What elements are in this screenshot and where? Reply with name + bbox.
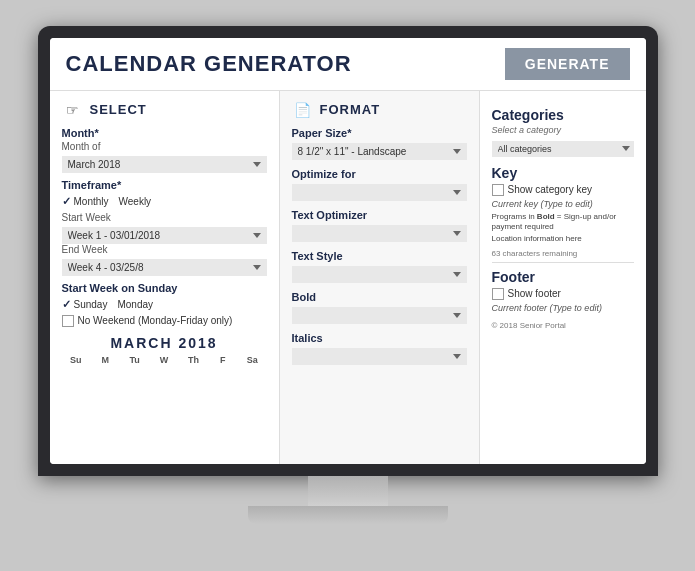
format-header: 📄 FORMAT: [292, 99, 467, 121]
weekly-radio[interactable]: Weekly: [119, 196, 152, 207]
monthly-radio[interactable]: ✓ Monthly: [62, 195, 109, 208]
categories-select[interactable]: All categories: [492, 141, 634, 157]
text-style-select[interactable]: [292, 266, 467, 283]
key-footer-divider: [492, 262, 634, 263]
day-m: M: [91, 355, 119, 365]
select-icon: ☞: [62, 99, 84, 121]
bold-item: Bold: [292, 291, 467, 324]
show-key-label: Show category key: [508, 184, 593, 195]
key-title: Key: [492, 165, 634, 181]
select-title: SELECT: [90, 102, 147, 117]
no-weekend-checkbox[interactable]: [62, 315, 74, 327]
timeframe-label: Timeframe*: [62, 179, 267, 191]
month-select[interactable]: March 2018: [62, 156, 267, 173]
current-footer-label: Current footer (Type to edit): [492, 303, 634, 313]
no-weekend-label: No Weekend (Monday-Friday only): [78, 315, 233, 326]
bold-label: Bold: [292, 291, 467, 303]
chars-remaining: 63 characters remaining: [492, 249, 634, 258]
no-weekend-checkbox-item[interactable]: No Weekend (Monday-Friday only): [62, 315, 267, 327]
bold-text: Bold: [537, 212, 555, 221]
format-title: FORMAT: [320, 102, 381, 117]
monday-radio[interactable]: Monday: [117, 299, 153, 310]
month-label: Month*: [62, 127, 267, 139]
start-sunday-label: Start Week on Sunday: [62, 282, 267, 294]
format-icon: 📄: [292, 99, 314, 121]
mini-cal-days: Su M Tu W Th F Sa: [62, 355, 267, 365]
app-title: CALENDAR GENERATOR: [66, 51, 352, 77]
optimize-item: Optimize for: [292, 168, 467, 201]
show-footer-label: Show footer: [508, 288, 561, 299]
paper-size-select[interactable]: 8 1/2" x 11" - Landscape: [292, 143, 467, 160]
day-tu: Tu: [120, 355, 148, 365]
italics-label: Italics: [292, 332, 467, 344]
mini-cal-title: MARCH 2018: [62, 335, 267, 351]
month-of-label: Month of: [62, 141, 267, 152]
copyright-text: © 2018 Senior Portal: [492, 321, 634, 330]
monitor-base: [248, 506, 448, 524]
monthly-label: Monthly: [74, 196, 109, 207]
sunday-label: Sunday: [74, 299, 108, 310]
show-footer-checkbox[interactable]: [492, 288, 504, 300]
paper-size-label: Paper Size*: [292, 127, 467, 139]
mini-calendar: MARCH 2018 Su M Tu W Th F Sa: [62, 335, 267, 365]
day-su: Su: [62, 355, 90, 365]
timeframe-radio-group: ✓ Monthly Weekly: [62, 195, 267, 208]
key-description-bold: Programs in Bold = Sign-up and/or paymen…: [492, 212, 634, 233]
start-week-select[interactable]: Week 1 - 03/01/2018: [62, 227, 267, 244]
categories-title: Categories: [492, 107, 634, 123]
footer-title: Footer: [492, 269, 634, 285]
italics-item: Italics: [292, 332, 467, 365]
monday-label: Monday: [117, 299, 153, 310]
text-style-item: Text Style: [292, 250, 467, 283]
start-day-radio-group: ✓ Sunday Monday: [62, 298, 267, 311]
end-week-label: End Week: [62, 244, 267, 255]
current-key-label: Current key (Type to edit): [492, 199, 634, 209]
text-style-label: Text Style: [292, 250, 467, 262]
show-key-checkbox[interactable]: [492, 184, 504, 196]
text-optimizer-label: Text Optimizer: [292, 209, 467, 221]
day-w: W: [150, 355, 178, 365]
format-panel: 📄 FORMAT Paper Size* 8 1/2" x 11" - Land…: [280, 91, 480, 464]
show-key-row: Show category key: [492, 184, 634, 196]
day-sa: Sa: [238, 355, 266, 365]
bold-select[interactable]: [292, 307, 467, 324]
end-week-select[interactable]: Week 4 - 03/25/8: [62, 259, 267, 276]
app-header: CALENDAR GENERATOR GENERATE: [50, 38, 646, 91]
start-week-label: Start Week: [62, 212, 267, 223]
main-content: ☞ SELECT Month* Month of March 2018 Time…: [50, 91, 646, 464]
show-footer-row: Show footer: [492, 288, 634, 300]
paper-size-item: Paper Size* 8 1/2" x 11" - Landscape: [292, 127, 467, 160]
weekly-label: Weekly: [119, 196, 152, 207]
monitor-neck: [308, 476, 388, 506]
select-panel: ☞ SELECT Month* Month of March 2018 Time…: [50, 91, 280, 464]
italics-select[interactable]: [292, 348, 467, 365]
sunday-radio[interactable]: ✓ Sunday: [62, 298, 108, 311]
generate-button[interactable]: GENERATE: [505, 48, 630, 80]
select-header: ☞ SELECT: [62, 99, 267, 121]
right-panel: Categories Select a category All categor…: [480, 91, 646, 464]
optimize-label: Optimize for: [292, 168, 467, 180]
text-optimizer-select[interactable]: [292, 225, 467, 242]
optimize-select[interactable]: [292, 184, 467, 201]
text-optimizer-item: Text Optimizer: [292, 209, 467, 242]
day-th: Th: [179, 355, 207, 365]
select-category-label: Select a category: [492, 125, 634, 135]
bold-prefix: Programs in: [492, 212, 537, 221]
key-description-location: Location information here: [492, 234, 634, 244]
sunday-checkmark: ✓: [62, 298, 71, 311]
monthly-checkmark: ✓: [62, 195, 71, 208]
day-f: F: [209, 355, 237, 365]
